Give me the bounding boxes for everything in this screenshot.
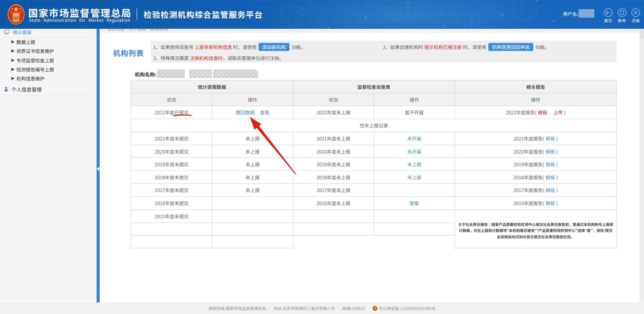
col-group-self-check: 监督检查自查表 (293, 80, 455, 93)
sidebar-item-special-supervision[interactable]: 专项监督检查上报 (11, 57, 54, 64)
national-emblem-logo (7, 4, 25, 25)
nav-home-label: 首页 (601, 18, 615, 23)
cell-status-self-check (293, 223, 374, 236)
report-prefix: 2017年度报告( (514, 187, 544, 193)
report-prefix: 2018年度报告( (514, 174, 544, 181)
self-check-op-link[interactable]: 未上报 (407, 161, 421, 168)
report-template-link[interactable]: 模板 (546, 148, 555, 155)
username-label-text: 用户名: (563, 10, 579, 17)
col-subheader: 操作 (374, 93, 455, 106)
cell-report: 2018年度报告(模板) (455, 171, 617, 184)
scrollbar-track[interactable] (639, 29, 644, 302)
self-check-op-link[interactable]: 未上报 (407, 174, 421, 181)
cell-op-self-check: 未上报 (374, 158, 455, 171)
sidebar-item-org-info-maintenance[interactable]: 机构信息维护 (11, 75, 45, 82)
report-template-link[interactable]: 模板 (546, 161, 555, 168)
page-title: 机构列表 (113, 47, 144, 58)
sidebar-item-certificate-maintenance[interactable]: 资质证书信息维护 (11, 48, 54, 54)
cell-report: 2019年度报告(模板) (455, 158, 617, 171)
nav-logout-label: 注销 (628, 18, 643, 23)
report-template-link[interactable]: 模板 (546, 187, 555, 193)
cell-report: 2021年度报告(模板) (455, 132, 617, 145)
report-template-link[interactable]: 模板 (546, 174, 555, 181)
report-upload-link[interactable]: 上传 (553, 109, 563, 116)
report-template-link[interactable]: 模板 (546, 200, 555, 206)
row-history-divider: 往年上报记录 (131, 119, 617, 132)
cell-status-self-check (293, 210, 374, 223)
cell-op-direct-report (212, 210, 293, 223)
sidebar-item-label: 数据上报 (16, 39, 35, 45)
nav-account-button[interactable]: 账号 (614, 8, 629, 23)
scrollbar-thumb[interactable] (640, 29, 644, 39)
sidebar-group-statistics[interactable]: 统计直报 (4, 29, 32, 35)
footer-address: 地址:北京市西城区三里河东路八号 (273, 305, 335, 311)
breadcrumb-text: 当前位置：统计直报 > 数据直报 (107, 29, 168, 31)
report-suffix: ) (556, 174, 558, 181)
cell-status-self-check: 2020年度未上报 (293, 145, 374, 158)
cell-status-direct-report: 2017年度未提交 (131, 184, 212, 197)
collapse-left-icon (97, 167, 99, 171)
org-name-redaction-2 (189, 69, 212, 78)
footer-beian: 京公网安备 11010502035380号 (372, 305, 435, 311)
breadcrumb: 当前位置：统计直报 > 数据直报 (100, 29, 639, 33)
self-check-op-link[interactable]: 未开展 (407, 148, 421, 155)
sidebar-item-label: 机构信息维护 (16, 75, 45, 82)
add-org-button[interactable]: 添加新机构 (259, 43, 289, 51)
sidebar-group-personal-info[interactable]: 个人信息管理 (4, 86, 42, 92)
org-info-appeal-button[interactable]: 机构信息找回申诉 (488, 43, 533, 51)
notice-text: 1、如果使用该账号 (153, 44, 195, 50)
nav-logout-button[interactable]: 注销 (628, 8, 643, 23)
account-icon (618, 8, 627, 17)
withdraw-data-link[interactable]: 撤回数据 (236, 109, 255, 116)
cell-op-self-check: 未上报 (374, 171, 455, 184)
sidebar: 统计直报 数据上报 资质证书信息维护 专项监督检查上报 检测报告编号上报 机构信… (0, 29, 97, 302)
notice-red-text: 上报多家机构信息 (195, 44, 232, 50)
app-header: 国家市场监督管理总局 State Administration for Mark… (0, 0, 644, 29)
report-template-link[interactable]: 模板 (546, 135, 555, 142)
notice-red-text: 注销机构信息时 (190, 55, 223, 61)
report-prefix: 2016年度报告( (514, 200, 544, 206)
view-link[interactable]: 查看 (260, 109, 269, 116)
header-divider (137, 8, 137, 20)
cell-social-responsibility-note: 关于社会责任报告：国家产品质量检验检测中心提交社会责任报告前，需通过本机构账号上… (455, 210, 617, 248)
report-template-link[interactable]: 模板 (538, 109, 547, 116)
notice-text: 时，请使用 (232, 44, 257, 50)
notice-text: 2、如果创建机构时 (383, 44, 424, 50)
org-name-redaction-1 (157, 69, 185, 78)
cell-status-self-check: 2022年度未上报 (293, 106, 374, 119)
cell-op-direct-report (212, 223, 293, 236)
cell-status-self-check: 2021年度未上报 (293, 132, 374, 145)
caret-right-icon (11, 49, 14, 53)
sidebar-item-data-report[interactable]: 数据上报 (11, 39, 35, 45)
self-check-op-link[interactable]: 未开展 (407, 135, 421, 142)
nav-account-label: 账号 (614, 18, 629, 23)
cell-status-self-check: 2016年度未上报 (293, 197, 374, 210)
platform-title: 检验检测机构综合监管服务平台 (144, 8, 263, 20)
cell-op-direct-report: 未上报 (212, 145, 293, 158)
cell-blank (293, 236, 374, 248)
report-suffix: ) (556, 200, 558, 206)
cell-op-self-check: 未开展 (374, 132, 455, 145)
notice-text: 3、特殊情况需要 (153, 55, 190, 61)
cell-status-self-check: 2018年度未上报 (293, 171, 374, 184)
sidebar-divider-bottom (4, 95, 90, 95)
logout-icon (631, 8, 640, 17)
sidebar-item-report-number[interactable]: 检测报告编号上报 (11, 66, 54, 73)
sidebar-collapse-bar[interactable] (97, 29, 100, 302)
nav-home-button[interactable]: 首页 (601, 8, 615, 23)
org-report-table: 统计直报数据监督检查自查表相关报告状态操作状态操作操作2022年度已提交撤回数据… (131, 80, 617, 248)
home-back-icon (604, 8, 613, 17)
footer-beian-text: 京公网安备 11010502035380号 (379, 305, 435, 311)
caret-right-icon (11, 68, 14, 71)
col-subheader: 操作 (455, 93, 617, 106)
self-check-op-link[interactable]: 查看 (410, 200, 419, 206)
footer: 版权所有:国家市场监督管理总局 地址:北京市西城区三里河东路八号 邮编:1008… (0, 302, 644, 314)
notice-line-1: 1、如果使用该账号 上报多家机构信息 时，请使用添加新机构功能。 (153, 43, 306, 51)
monitor-icon (4, 29, 10, 35)
cell-op-direct-report: 未上报 (212, 158, 293, 171)
cell-op-direct-report: 未上报 (212, 171, 293, 184)
cell-op-direct-report (212, 197, 293, 210)
cell-status-direct-report (131, 236, 212, 248)
report-prefix: 2020年度报告( (514, 148, 544, 155)
report-prefix: 2021年度报告( (514, 135, 544, 142)
